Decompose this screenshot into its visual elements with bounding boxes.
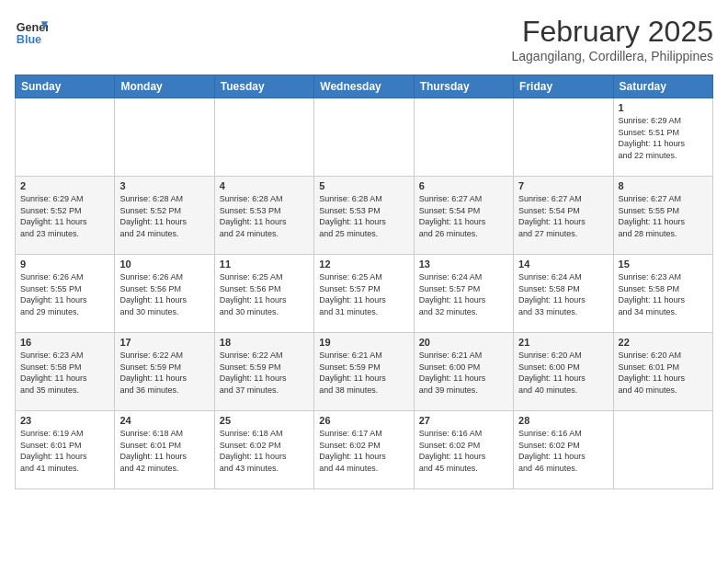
weekday-header-tuesday: Tuesday [214,75,313,98]
calendar-header-row: SundayMondayTuesdayWednesdayThursdayFrid… [16,75,713,98]
day-number: 7 [518,180,608,191]
calendar-cell: 5Sunrise: 6:28 AM Sunset: 5:53 PM Daylig… [314,177,414,255]
page-header: General Blue February 2025 Lagangilang, … [15,15,713,63]
day-info: Sunrise: 6:27 AM Sunset: 5:54 PM Dayligh… [518,193,608,239]
weekday-header-wednesday: Wednesday [314,75,414,98]
day-info: Sunrise: 6:26 AM Sunset: 5:55 PM Dayligh… [20,271,109,317]
day-info: Sunrise: 6:23 AM Sunset: 5:58 PM Dayligh… [20,350,109,396]
day-number: 13 [419,259,508,270]
day-number: 3 [119,180,209,191]
day-number: 23 [20,415,109,426]
calendar-cell: 15Sunrise: 6:23 AM Sunset: 5:58 PM Dayli… [613,255,712,333]
calendar-table: SundayMondayTuesdayWednesdayThursdayFrid… [15,75,713,489]
day-info: Sunrise: 6:28 AM Sunset: 5:52 PM Dayligh… [119,193,209,239]
calendar-cell: 28Sunrise: 6:16 AM Sunset: 6:02 PM Dayli… [514,411,613,489]
logo: General Blue [15,15,48,48]
day-info: Sunrise: 6:17 AM Sunset: 6:02 PM Dayligh… [319,428,408,474]
day-info: Sunrise: 6:16 AM Sunset: 6:02 PM Dayligh… [419,428,508,474]
day-info: Sunrise: 6:18 AM Sunset: 6:01 PM Dayligh… [119,428,209,474]
day-number: 20 [419,337,508,348]
day-info: Sunrise: 6:23 AM Sunset: 5:58 PM Dayligh… [619,271,708,317]
calendar-cell [314,98,414,177]
day-number: 6 [419,180,508,191]
day-info: Sunrise: 6:28 AM Sunset: 5:53 PM Dayligh… [319,193,408,239]
logo-icon: General Blue [15,15,48,48]
weekday-header-friday: Friday [514,75,613,98]
calendar-week-4: 16Sunrise: 6:23 AM Sunset: 5:58 PM Dayli… [16,333,713,411]
day-info: Sunrise: 6:27 AM Sunset: 5:55 PM Dayligh… [619,193,708,239]
calendar-cell: 27Sunrise: 6:16 AM Sunset: 6:02 PM Dayli… [414,411,513,489]
day-number: 15 [619,259,708,270]
calendar-cell: 7Sunrise: 6:27 AM Sunset: 5:54 PM Daylig… [514,177,613,255]
calendar-cell [214,98,313,177]
calendar-cell: 24Sunrise: 6:18 AM Sunset: 6:01 PM Dayli… [115,411,214,489]
calendar-cell [16,98,115,177]
calendar-cell [414,98,513,177]
day-number: 9 [20,259,109,270]
day-number: 25 [220,415,309,426]
calendar-body: 1Sunrise: 6:29 AM Sunset: 5:51 PM Daylig… [16,98,713,489]
calendar-cell: 14Sunrise: 6:24 AM Sunset: 5:58 PM Dayli… [514,255,613,333]
day-number: 5 [319,180,408,191]
day-info: Sunrise: 6:21 AM Sunset: 5:59 PM Dayligh… [319,350,408,396]
calendar-cell: 11Sunrise: 6:25 AM Sunset: 5:56 PM Dayli… [214,255,313,333]
day-number: 26 [319,415,408,426]
day-number: 12 [319,259,408,270]
day-number: 2 [20,180,109,191]
calendar-week-3: 9Sunrise: 6:26 AM Sunset: 5:55 PM Daylig… [16,255,713,333]
day-number: 22 [619,337,708,348]
calendar-week-5: 23Sunrise: 6:19 AM Sunset: 6:01 PM Dayli… [16,411,713,489]
day-info: Sunrise: 6:19 AM Sunset: 6:01 PM Dayligh… [20,428,109,474]
day-number: 16 [20,337,109,348]
day-number: 8 [619,180,708,191]
day-number: 4 [220,180,309,191]
day-info: Sunrise: 6:20 AM Sunset: 6:01 PM Dayligh… [619,350,708,396]
calendar-cell: 10Sunrise: 6:26 AM Sunset: 5:56 PM Dayli… [115,255,214,333]
calendar-cell: 19Sunrise: 6:21 AM Sunset: 5:59 PM Dayli… [314,333,414,411]
calendar-cell: 9Sunrise: 6:26 AM Sunset: 5:55 PM Daylig… [16,255,115,333]
calendar-cell: 13Sunrise: 6:24 AM Sunset: 5:57 PM Dayli… [414,255,513,333]
calendar-week-1: 1Sunrise: 6:29 AM Sunset: 5:51 PM Daylig… [16,98,713,177]
weekday-header-saturday: Saturday [613,75,712,98]
weekday-header-thursday: Thursday [414,75,513,98]
day-info: Sunrise: 6:29 AM Sunset: 5:52 PM Dayligh… [20,193,109,239]
day-info: Sunrise: 6:27 AM Sunset: 5:54 PM Dayligh… [419,193,508,239]
calendar-cell: 1Sunrise: 6:29 AM Sunset: 5:51 PM Daylig… [613,98,712,177]
calendar-cell [115,98,214,177]
day-number: 27 [419,415,508,426]
calendar-cell: 18Sunrise: 6:22 AM Sunset: 5:59 PM Dayli… [214,333,313,411]
day-info: Sunrise: 6:25 AM Sunset: 5:57 PM Dayligh… [319,271,408,317]
day-info: Sunrise: 6:22 AM Sunset: 5:59 PM Dayligh… [220,350,309,396]
weekday-header-monday: Monday [115,75,214,98]
day-info: Sunrise: 6:22 AM Sunset: 5:59 PM Dayligh… [119,350,209,396]
calendar-cell: 21Sunrise: 6:20 AM Sunset: 6:00 PM Dayli… [514,333,613,411]
day-info: Sunrise: 6:25 AM Sunset: 5:56 PM Dayligh… [220,271,309,317]
day-info: Sunrise: 6:24 AM Sunset: 5:57 PM Dayligh… [419,271,508,317]
svg-text:Blue: Blue [17,33,41,46]
calendar-cell: 23Sunrise: 6:19 AM Sunset: 6:01 PM Dayli… [16,411,115,489]
calendar-cell: 12Sunrise: 6:25 AM Sunset: 5:57 PM Dayli… [314,255,414,333]
day-number: 18 [220,337,309,348]
day-number: 19 [319,337,408,348]
day-info: Sunrise: 6:29 AM Sunset: 5:51 PM Dayligh… [619,115,708,161]
calendar-cell [514,98,613,177]
calendar-cell: 3Sunrise: 6:28 AM Sunset: 5:52 PM Daylig… [115,177,214,255]
month-title: February 2025 [512,15,713,49]
weekday-header-sunday: Sunday [16,75,115,98]
location: Lagangilang, Cordillera, Philippines [512,49,713,63]
day-info: Sunrise: 6:18 AM Sunset: 6:02 PM Dayligh… [220,428,309,474]
calendar-week-2: 2Sunrise: 6:29 AM Sunset: 5:52 PM Daylig… [16,177,713,255]
day-number: 10 [119,259,209,270]
day-info: Sunrise: 6:16 AM Sunset: 6:02 PM Dayligh… [518,428,608,474]
day-info: Sunrise: 6:21 AM Sunset: 6:00 PM Dayligh… [419,350,508,396]
calendar-cell: 25Sunrise: 6:18 AM Sunset: 6:02 PM Dayli… [214,411,313,489]
calendar-cell: 22Sunrise: 6:20 AM Sunset: 6:01 PM Dayli… [613,333,712,411]
calendar-cell: 8Sunrise: 6:27 AM Sunset: 5:55 PM Daylig… [613,177,712,255]
day-number: 1 [619,102,708,113]
title-block: February 2025 Lagangilang, Cordillera, P… [512,15,713,63]
day-number: 17 [119,337,209,348]
day-info: Sunrise: 6:20 AM Sunset: 6:00 PM Dayligh… [518,350,608,396]
day-number: 11 [220,259,309,270]
day-info: Sunrise: 6:28 AM Sunset: 5:53 PM Dayligh… [220,193,309,239]
calendar-cell: 17Sunrise: 6:22 AM Sunset: 5:59 PM Dayli… [115,333,214,411]
